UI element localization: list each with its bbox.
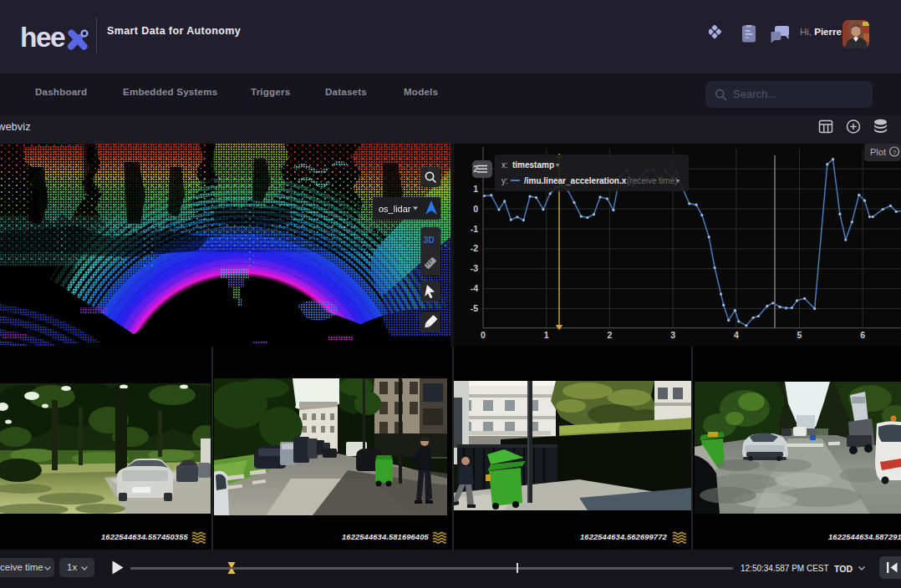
svg-text:0: 0 xyxy=(481,330,486,340)
svg-text:x:: x: xyxy=(501,160,508,170)
svg-text:1: 1 xyxy=(544,330,549,340)
svg-text:4: 4 xyxy=(734,330,739,340)
svg-text:3D: 3D xyxy=(424,235,435,245)
svg-text:(receive time): (receive time) xyxy=(627,176,678,185)
svg-text:os_lidar: os_lidar xyxy=(379,204,411,214)
svg-text:?: ? xyxy=(893,149,897,156)
svg-text:▾: ▾ xyxy=(556,161,559,169)
svg-text:3: 3 xyxy=(670,330,675,340)
svg-text:-3: -3 xyxy=(471,263,478,273)
svg-text:-5: -5 xyxy=(471,303,478,313)
svg-text:2: 2 xyxy=(607,330,612,340)
svg-text:timestamp: timestamp xyxy=(512,160,554,170)
svg-text:-1: -1 xyxy=(471,224,478,234)
svg-text:1: 1 xyxy=(473,184,478,194)
svg-text:-2: -2 xyxy=(471,243,478,253)
svg-text:Plot: Plot xyxy=(870,147,886,157)
svg-text:5: 5 xyxy=(797,330,802,340)
svg-text:-4: -4 xyxy=(471,283,478,293)
svg-text:y:: y: xyxy=(501,176,508,185)
svg-text:/imu.linear_acceleration.x: /imu.linear_acceleration.x xyxy=(524,176,627,185)
svg-text:hee: hee xyxy=(20,22,65,53)
svg-text:6: 6 xyxy=(860,330,865,340)
svg-text:0: 0 xyxy=(473,204,478,214)
svg-text:2: 2 xyxy=(473,164,478,174)
svg-text:▾: ▾ xyxy=(676,177,680,185)
